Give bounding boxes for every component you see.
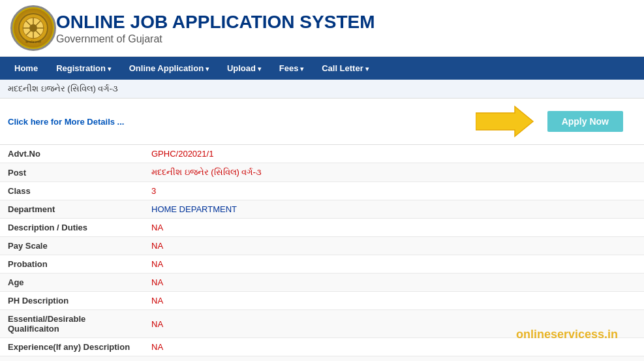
site-title: ONLINE JOB APPLICATION SYSTEM [56,11,375,33]
apply-now-button[interactable]: Apply Now [547,111,623,132]
nav-online-application-dropdown: Online Application [120,57,218,80]
table-row: Any Other Conditions NA [0,356,644,362]
field-label: Post [0,163,144,182]
field-value: NA [144,237,644,255]
nav-home[interactable]: Home [5,57,47,80]
logo-emblem: सत्यमेव जयते [14,8,53,48]
breadcrumb-text: મદદનીશ ઇજનેર (સિવિલ) વર્ગ-૩ [8,84,118,93]
table-row: Pay Scale NA [0,237,644,255]
table-row: Experience(If any) Description NA [0,338,644,356]
table-row: Department HOME DEPARTMENT [0,200,644,219]
info-bar: Click here for More Details ... Apply No… [0,99,644,145]
field-value: NA [144,356,644,362]
field-value: NA [144,274,644,292]
field-value: NA [144,219,644,237]
nav-upload[interactable]: Upload [218,57,270,80]
nav-online-application[interactable]: Online Application [120,57,218,80]
field-label: Any Other Conditions [0,356,144,362]
arrow-icon [476,105,534,138]
page-header: सत्यमेव जयते ONLINE JOB APPLICATION SYST… [0,0,644,57]
table-row: Class 3 [0,182,644,200]
arrow-apply-area: Apply Now [138,105,636,138]
nav-registration[interactable]: Registration [47,57,120,80]
field-value: NA [144,310,644,338]
field-value: GPHC/202021/1 [144,145,644,163]
field-label: Advt.No [0,145,144,163]
field-label: Description / Duties [0,219,144,237]
table-row: Essential/Desirable Qualificaiton NA [0,310,644,338]
field-value: NA [144,338,644,356]
nav-call-letter-dropdown: Call Letter [313,57,377,80]
click-more-link[interactable]: Click here for More Details ... [8,117,138,127]
table-row: PH Description NA [0,292,644,310]
nav-fees-dropdown: Fees [270,57,313,80]
field-label: Probation [0,255,144,274]
svg-text:सत्यमेव जयते: सत्यमेव जयते [25,40,41,44]
table-row: Advt.No GPHC/202021/1 [0,145,644,163]
header-text: ONLINE JOB APPLICATION SYSTEM Government… [56,11,375,45]
field-label: Pay Scale [0,237,144,255]
nav-fees[interactable]: Fees [270,57,313,80]
field-label: Essential/Desirable Qualificaiton [0,310,144,338]
svg-marker-12 [476,106,533,136]
field-label: Experience(If any) Description [0,338,144,356]
table-row: Age NA [0,274,644,292]
table-row: Post મદદનીશ ઇજનેર (સિવિલ) વર્ગ-૩ [0,163,644,182]
nav-call-letter[interactable]: Call Letter [313,57,377,80]
site-logo: सत्यमेव जयते [10,5,56,51]
breadcrumb: મદદનીશ ઇજનેર (સિવિલ) વર્ગ-૩ [0,80,644,99]
field-value: NA [144,292,644,310]
main-navbar: Home Registration Online Application Upl… [0,57,644,80]
field-label: PH Description [0,292,144,310]
field-value: NA [144,255,644,274]
site-subtitle: Government of Gujarat [56,33,375,45]
field-value: HOME DEPARTMENT [144,200,644,219]
nav-registration-dropdown: Registration [47,57,120,80]
table-row: Probation NA [0,255,644,274]
table-row: Description / Duties NA [0,219,644,237]
nav-upload-dropdown: Upload [218,57,270,80]
details-table: Advt.No GPHC/202021/1 Post મદદનીશ ઇજનેર … [0,145,644,361]
field-label: Class [0,182,144,200]
field-value: 3 [144,182,644,200]
field-value: મદદનીશ ઇજનેર (સિવિલ) વર્ગ-૩ [144,163,644,182]
field-label: Age [0,274,144,292]
field-label: Department [0,200,144,219]
main-content: Click here for More Details ... Apply No… [0,99,644,361]
